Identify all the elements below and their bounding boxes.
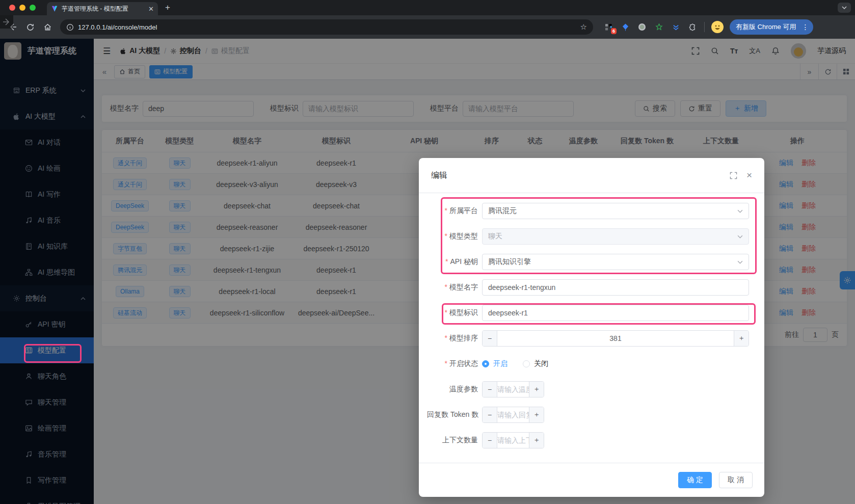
- sort-stepper: − ＋: [482, 330, 749, 347]
- tokens-input[interactable]: [497, 407, 529, 422]
- extension-star-icon[interactable]: [654, 22, 664, 32]
- extension-circle-icon[interactable]: [637, 22, 647, 32]
- temperature-input[interactable]: [497, 382, 529, 397]
- temperature-stepper: − ＋: [482, 381, 544, 397]
- form-row-temperature: 温度参数 − ＋: [427, 377, 756, 402]
- chrome-update-button[interactable]: 有新版 Chrome 可用 ⋮: [730, 19, 813, 35]
- dialog-close-icon[interactable]: ×: [746, 170, 752, 181]
- increase-button[interactable]: ＋: [529, 382, 544, 397]
- tokens-stepper: − ＋: [482, 407, 544, 423]
- form-row-platform: 所属平台 腾讯混元: [427, 198, 756, 224]
- dialog-fullscreen-icon[interactable]: [730, 172, 737, 179]
- extension-badge: 6: [611, 28, 617, 34]
- apikey-select[interactable]: 腾讯知识引擎: [482, 254, 749, 270]
- tab-close-icon[interactable]: ✕: [148, 5, 154, 13]
- contexts-input[interactable]: [497, 433, 529, 448]
- close-window-button[interactable]: [9, 5, 15, 11]
- field-label: 模型名字: [427, 283, 478, 292]
- site-info-icon[interactable]: [66, 23, 74, 31]
- decrease-button[interactable]: −: [483, 382, 497, 397]
- chevron-down-icon: [737, 209, 743, 213]
- extension-chevrons-icon[interactable]: [671, 22, 681, 32]
- field-label: 模型类型: [427, 232, 478, 241]
- form-row-status: 开启状态 开启 关闭: [427, 351, 756, 377]
- reload-button[interactable]: [23, 20, 37, 34]
- browser-menu-icon[interactable]: ⋮: [800, 23, 810, 31]
- dialog-title: 编辑: [431, 170, 447, 181]
- home-button[interactable]: [41, 20, 54, 34]
- decrease-button[interactable]: −: [483, 331, 497, 346]
- platform-select[interactable]: 腾讯混元: [482, 203, 749, 219]
- screen: 芋道管理系统 - 模型配置 ✕ + 127.0.0.1/ai/console/m…: [0, 0, 855, 504]
- field-label: 模型排序: [427, 334, 478, 343]
- chevron-down-icon: [737, 235, 743, 238]
- favicon: [51, 5, 58, 12]
- decrease-button[interactable]: −: [483, 433, 497, 448]
- minimize-window-button[interactable]: [19, 5, 25, 11]
- field-label: 温度参数: [427, 385, 478, 394]
- increase-button[interactable]: ＋: [529, 407, 544, 422]
- form-row-tag: 模型标识: [427, 300, 756, 326]
- address-bar[interactable]: 127.0.0.1/ai/console/model ☆: [60, 19, 593, 35]
- field-label: API 秘钥: [427, 257, 478, 267]
- zoom-window-button[interactable]: [30, 5, 36, 11]
- status-on-label[interactable]: 开启: [493, 359, 507, 368]
- browser-tab[interactable]: 芋道管理系统 - 模型配置 ✕: [47, 2, 158, 15]
- increase-button[interactable]: ＋: [529, 433, 544, 448]
- browser-tabstrip: 芋道管理系统 - 模型配置 ✕ +: [0, 0, 855, 15]
- forward-button[interactable]: [0, 15, 13, 29]
- status-off-label[interactable]: 关闭: [534, 359, 548, 368]
- extensions-strip: 6: [603, 22, 698, 32]
- extensions-puzzle-icon[interactable]: [687, 22, 698, 32]
- field-label: 所属平台: [427, 206, 478, 216]
- decrease-button[interactable]: −: [483, 407, 497, 422]
- form-row-tokens: 回复数 Token 数 − ＋: [427, 402, 756, 428]
- dialog-footer: 确 定 取 消: [419, 463, 764, 497]
- toolbar-separator: [704, 22, 705, 32]
- model-name-field[interactable]: [482, 279, 749, 296]
- app-window: 芋道管理系统 ERP 系统 AI 大模型 AI 对话: [0, 39, 855, 504]
- contexts-stepper: − ＋: [482, 432, 544, 448]
- dialog-body: 所属平台 腾讯混元 模型类型 聊天 API 秘钥 腾讯: [419, 193, 764, 453]
- sort-value-input[interactable]: [497, 331, 734, 346]
- browser-toolbar: 127.0.0.1/ai/console/model ☆ 6: [0, 15, 855, 39]
- form-row-contexts: 上下文数量 − ＋: [427, 428, 756, 453]
- confirm-button[interactable]: 确 定: [678, 472, 712, 488]
- form-row-apikey: API 秘钥 腾讯知识引擎: [427, 249, 756, 275]
- cancel-button[interactable]: 取 消: [719, 472, 753, 488]
- chevron-down-icon: [737, 260, 743, 264]
- field-label: 开启状态: [427, 359, 478, 368]
- window-controls[interactable]: [9, 5, 36, 11]
- extension-kite-icon[interactable]: [620, 22, 630, 32]
- edit-dialog: 编辑 × 所属平台 腾讯混元 模型类型 聊天: [419, 158, 764, 497]
- url-text[interactable]: 127.0.0.1/ai/console/model: [78, 23, 576, 31]
- bookmark-star-icon[interactable]: ☆: [580, 22, 587, 32]
- field-label: 模型标识: [427, 308, 478, 317]
- profile-avatar[interactable]: [711, 21, 724, 33]
- extension-grid-icon[interactable]: 6: [603, 22, 613, 32]
- tab-search-button[interactable]: [838, 3, 851, 13]
- form-row-sort: 模型排序 − ＋: [427, 326, 756, 351]
- tab-title: 芋道管理系统 - 模型配置: [62, 5, 145, 13]
- field-label: 回复数 Token 数: [427, 410, 478, 419]
- field-label: 上下文数量: [427, 436, 478, 445]
- model-tag-field[interactable]: [482, 305, 749, 321]
- form-row-name: 模型名字: [427, 275, 756, 300]
- new-tab-button[interactable]: +: [165, 3, 170, 13]
- form-row-type: 模型类型 聊天: [427, 224, 756, 249]
- status-on-radio[interactable]: [482, 360, 489, 367]
- increase-button[interactable]: ＋: [734, 331, 749, 346]
- type-select: 聊天: [482, 228, 749, 245]
- status-off-radio[interactable]: [523, 360, 530, 367]
- dialog-header: 编辑 ×: [419, 158, 764, 193]
